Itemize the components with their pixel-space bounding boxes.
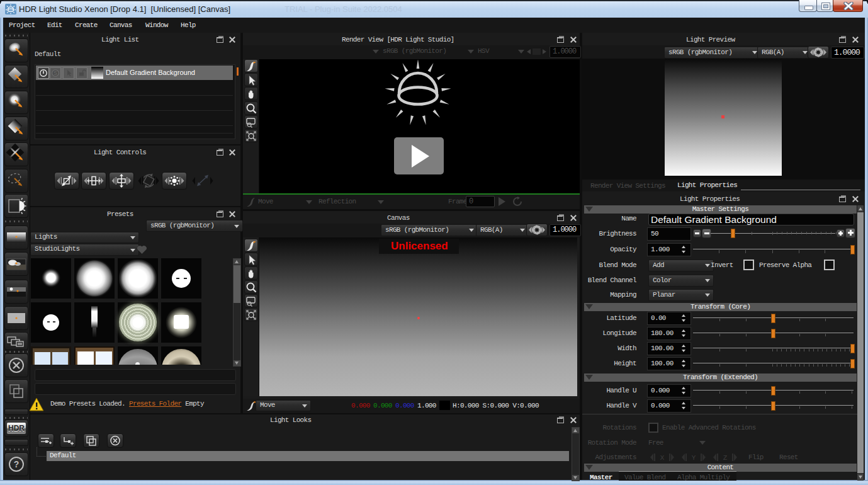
svg-text:S: S bbox=[54, 70, 57, 76]
svg-text:Y: Y bbox=[692, 454, 696, 462]
svg-text:?: ? bbox=[14, 459, 20, 469]
svg-text:Z: Z bbox=[723, 454, 728, 462]
svg-text:X: X bbox=[660, 454, 665, 462]
